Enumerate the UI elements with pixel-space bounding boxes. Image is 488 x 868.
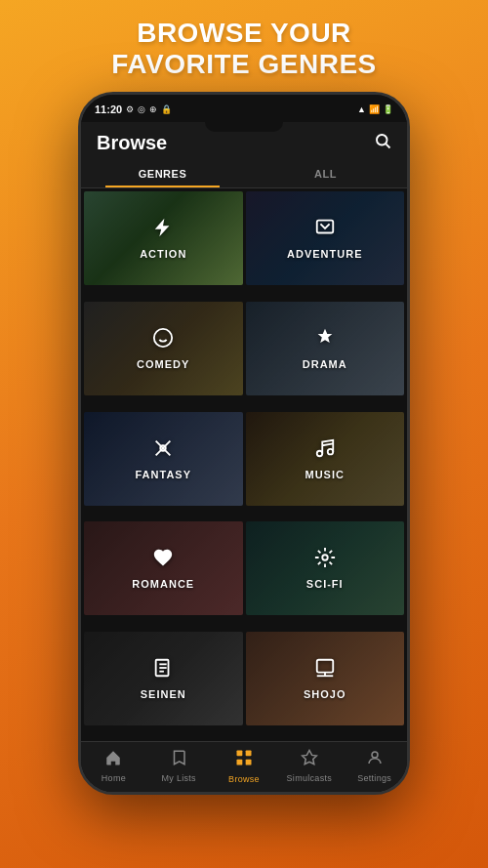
genre-card-sci-fi[interactable]: SCI-FI — [246, 521, 405, 615]
status-time: 11:20 — [95, 103, 122, 115]
genre-icon-fantasy — [152, 437, 174, 465]
svg-rect-2 — [317, 221, 334, 233]
signal-icon: 📶 — [369, 104, 380, 114]
genre-card-romance[interactable]: ROMANCE — [84, 521, 243, 615]
svg-rect-15 — [317, 660, 334, 673]
genre-card-adventure[interactable]: ADVENTURE — [246, 191, 405, 285]
home-icon — [104, 749, 122, 771]
genre-label-drama: DRAMA — [303, 358, 347, 370]
genre-card-comedy[interactable]: COMEDY — [84, 302, 243, 395]
genre-card-shojo[interactable]: SHOJO — [246, 632, 405, 725]
svg-rect-20 — [236, 760, 242, 765]
genre-icon-shojo — [314, 657, 336, 684]
svg-rect-18 — [236, 751, 242, 757]
genre-label-fantasy: FANTASY — [135, 469, 191, 480]
nav-label-browse: Browse — [228, 774, 260, 784]
search-button[interactable] — [374, 132, 391, 154]
svg-rect-19 — [246, 751, 252, 757]
status-bar: 11:20 ⚙ ◎ ⊕ 🔒 ▲ 📶 🔋 — [81, 95, 407, 122]
genre-icon-action — [152, 217, 174, 244]
phone-frame: 11:20 ⚙ ◎ ⊕ 🔒 ▲ 📶 🔋 Browse G — [78, 92, 410, 795]
svg-point-23 — [372, 752, 378, 758]
genre-grid: ACTION ADVENTURE COMEDY DRAMA — [81, 188, 407, 741]
genre-card-seinen[interactable]: SEINEN — [84, 632, 243, 725]
simulcasts-icon — [301, 749, 318, 771]
genre-icon-romance — [152, 547, 174, 574]
genre-icon-comedy — [152, 327, 174, 354]
tab-all[interactable]: ALL — [244, 160, 407, 187]
app-content: Browse GENRES ALL ACTION — [81, 122, 407, 792]
tab-bar: GENRES ALL — [81, 160, 407, 188]
nav-item-simulcasts[interactable]: Simulcasts — [276, 749, 342, 783]
genre-label-sci-fi: SCI-FI — [306, 578, 344, 590]
svg-marker-22 — [302, 751, 316, 765]
svg-point-10 — [322, 555, 328, 560]
genre-card-drama[interactable]: DRAMA — [246, 302, 405, 395]
bottom-nav: Home My Lists — [81, 741, 407, 792]
nav-item-settings[interactable]: Settings — [342, 749, 407, 783]
genre-label-romance: ROMANCE — [132, 578, 194, 590]
genre-card-music[interactable]: MUSIC — [246, 412, 405, 506]
status-vpn-icon: ⊕ — [149, 104, 157, 114]
status-lock-icon: 🔒 — [161, 104, 172, 114]
battery-icon: 🔋 — [383, 104, 393, 114]
genre-label-seinen: SEINEN — [141, 688, 186, 700]
genre-card-fantasy[interactable]: FANTASY — [84, 412, 243, 506]
svg-line-1 — [386, 145, 389, 148]
nav-label-my-lists: My Lists — [161, 773, 195, 783]
status-settings-icon: ⚙ — [126, 104, 134, 114]
genre-icon-sci-fi — [314, 547, 336, 574]
nav-item-home[interactable]: Home — [81, 749, 146, 783]
nav-item-my-lists[interactable]: My Lists — [146, 749, 212, 783]
genre-label-shojo: SHOJO — [304, 688, 346, 700]
wifi-icon: ▲ — [357, 104, 366, 114]
nav-label-simulcasts: Simulcasts — [287, 773, 333, 783]
nav-item-browse[interactable]: Browse — [212, 748, 277, 784]
genre-label-music: MUSIC — [305, 469, 345, 480]
genre-icon-adventure — [314, 217, 336, 244]
genre-icon-music — [314, 437, 336, 465]
browse-icon — [234, 748, 254, 772]
hero-text: BROWSE YOUR FAVORITE GENRES — [92, 0, 395, 92]
status-sync-icon: ◎ — [138, 104, 145, 114]
genre-card-action[interactable]: ACTION — [84, 191, 243, 285]
svg-rect-21 — [246, 760, 252, 765]
nav-label-home: Home — [102, 773, 126, 783]
svg-point-9 — [328, 448, 334, 454]
page-title: Browse — [97, 132, 167, 154]
genre-icon-drama — [314, 327, 336, 354]
genre-label-action: ACTION — [140, 248, 186, 260]
genre-label-adventure: ADVENTURE — [287, 248, 362, 260]
svg-point-0 — [377, 135, 387, 145]
genre-icon-seinen — [152, 657, 174, 684]
svg-point-8 — [317, 450, 323, 456]
genre-label-comedy: COMEDY — [137, 358, 189, 370]
nav-label-settings: Settings — [357, 773, 391, 783]
bookmark-icon — [170, 749, 187, 771]
settings-person-icon — [366, 749, 384, 771]
tab-genres[interactable]: GENRES — [81, 160, 244, 187]
